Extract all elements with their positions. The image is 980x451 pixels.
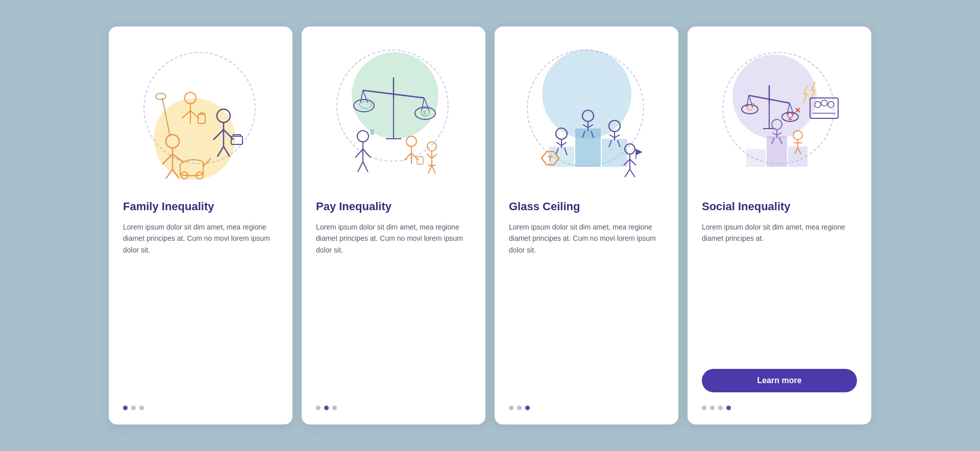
svg-point-105 [828,102,834,108]
svg-line-37 [363,149,371,158]
card-3-text: Lorem ipsum dolor sit dim amet, mea regi… [509,221,664,388]
svg-rect-93 [746,149,766,167]
dot-3 [139,406,144,410]
svg-line-20 [162,98,170,136]
svg-point-97 [793,131,802,140]
svg-line-13 [224,146,230,157]
svg-point-55 [609,120,620,132]
svg-line-24 [360,90,363,103]
card-3-illustration [509,42,664,190]
svg-line-46 [404,153,411,160]
svg-line-12 [217,146,224,157]
svg-point-103 [815,102,821,108]
svg-rect-50 [602,139,627,167]
card-4-title: Social Inequality [702,200,791,213]
dot-3 [332,406,337,410]
svg-line-67 [630,159,636,165]
svg-point-94 [772,119,782,130]
svg-rect-19 [198,114,205,123]
svg-rect-92 [788,146,807,167]
svg-point-15 [185,92,196,104]
svg-marker-71 [636,149,643,155]
svg-point-104 [821,100,827,106]
svg-line-39 [363,162,368,172]
dot-3 [718,406,723,410]
card-2-illustration: $ $ [316,42,471,190]
dot-2 [710,406,715,410]
dot-3 [525,406,530,410]
card-1-illustration [123,42,278,190]
svg-point-77 [747,105,752,110]
svg-rect-91 [767,136,787,167]
svg-point-52 [582,110,594,121]
svg-line-10 [213,130,224,140]
svg-point-8 [217,109,230,122]
card-family-inequality: Family Inequality Lorem ipsum dolor sit … [109,27,292,424]
svg-line-36 [355,149,363,158]
dot-4 [726,406,731,410]
svg-point-58 [556,128,567,139]
dot-2 [517,406,522,410]
dot-1 [509,406,513,410]
dot-1 [702,406,706,410]
card-3-dots [509,400,530,410]
card-1-dots [123,400,144,410]
learn-more-button[interactable]: Learn more [702,369,857,392]
dot-1 [316,406,321,410]
card-2-dots [316,400,337,410]
dot-2 [131,406,136,410]
svg-rect-49 [575,129,601,167]
dot-1 [123,406,128,410]
svg-line-3 [173,154,183,162]
card-1-text: Lorem ipsum dolor sit dim amet, mea regi… [123,221,278,388]
svg-line-5 [173,169,179,179]
svg-text:$: $ [423,110,426,116]
card-3-title: Glass Ceiling [509,200,580,213]
svg-line-2 [162,154,173,164]
svg-point-0 [166,135,179,148]
dot-2 [324,406,329,410]
card-glass-ceiling: Glass Ceiling Lorem ipsum dolor sit dim … [495,27,678,424]
svg-line-69 [630,169,635,177]
card-4-text: Lorem ipsum dolor sit dim amet, mea regi… [702,221,857,357]
cards-container: Family Inequality Lorem ipsum dolor sit … [88,6,892,445]
svg-point-34 [357,131,369,142]
svg-rect-14 [231,136,242,144]
card-pay-inequality: $ $ [302,27,485,424]
svg-point-76 [742,105,758,114]
svg-line-38 [358,162,363,172]
svg-rect-102 [810,98,838,118]
svg-point-44 [406,136,416,146]
svg-rect-48 [417,157,423,164]
card-2-title: Pay Inequality [316,200,391,213]
svg-line-42 [428,165,432,173]
svg-point-21 [156,93,166,99]
svg-point-41 [427,142,436,151]
svg-line-68 [625,169,630,177]
svg-line-17 [182,111,190,118]
svg-text:$: $ [370,128,374,136]
card-2-text: Lorem ipsum dolor sit dim amet, mea regi… [316,221,471,388]
svg-line-11 [224,130,234,140]
svg-line-4 [166,169,173,179]
svg-point-84 [788,113,793,118]
card-social-inequality: Social Inequality Lorem ipsum dolor sit … [688,27,871,424]
card-4-dots [702,400,731,410]
svg-line-43 [432,165,435,173]
card-4-illustration [702,42,857,190]
card-1-title: Family Inequality [123,200,214,213]
